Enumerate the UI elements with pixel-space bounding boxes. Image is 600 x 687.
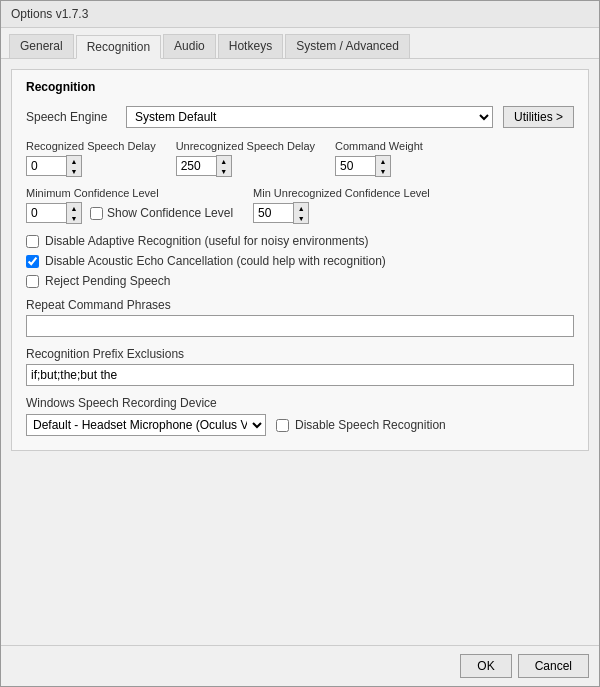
command-weight-down[interactable]: ▼	[376, 166, 390, 176]
content-area: Recognition Speech Engine System Default…	[1, 59, 599, 645]
unrecognized-speech-delay-label: Unrecognized Speech Delay	[176, 140, 315, 152]
reject-pending-label: Reject Pending Speech	[45, 274, 170, 288]
disable-adaptive-row: Disable Adaptive Recognition (useful for…	[26, 234, 574, 248]
recognized-speech-delay-input-wrap: ▲ ▼	[26, 155, 156, 177]
disable-adaptive-label: Disable Adaptive Recognition (useful for…	[45, 234, 369, 248]
window-title: Options v1.7.3	[11, 7, 88, 21]
show-confidence-label: Show Confidence Level	[107, 206, 233, 220]
recognition-section: Recognition Speech Engine System Default…	[11, 69, 589, 451]
min-unrecognized-confidence-spinners: ▲ ▼	[293, 202, 309, 224]
speech-engine-select[interactable]: System Default	[126, 106, 493, 128]
recognized-speech-delay-up[interactable]: ▲	[67, 156, 81, 166]
device-label: Windows Speech Recording Device	[26, 396, 574, 410]
min-confidence-up[interactable]: ▲	[67, 203, 81, 213]
min-unrecognized-confidence-input-wrap: ▲ ▼	[253, 202, 430, 224]
min-unrecognized-confidence-input[interactable]	[253, 203, 293, 223]
command-weight-spinners: ▲ ▼	[375, 155, 391, 177]
min-confidence-input-wrap: ▲ ▼	[26, 202, 82, 224]
unrecognized-speech-delay-down[interactable]: ▼	[217, 166, 231, 176]
command-weight-up[interactable]: ▲	[376, 156, 390, 166]
speech-engine-label: Speech Engine	[26, 110, 116, 124]
ok-button[interactable]: OK	[460, 654, 511, 678]
min-confidence-group: Minimum Confidence Level ▲ ▼ Show Confid…	[26, 187, 233, 224]
min-unrecognized-confidence-down[interactable]: ▼	[294, 213, 308, 223]
tab-system-advanced[interactable]: System / Advanced	[285, 34, 410, 58]
min-unrecognized-confidence-up[interactable]: ▲	[294, 203, 308, 213]
delay-row: Recognized Speech Delay ▲ ▼ Unrecognized…	[26, 140, 574, 177]
command-weight-group: Command Weight ▲ ▼	[335, 140, 423, 177]
show-confidence-checkbox[interactable]	[90, 207, 103, 220]
options-window: Options v1.7.3 General Recognition Audio…	[0, 0, 600, 687]
disable-adaptive-checkbox[interactable]	[26, 235, 39, 248]
tab-recognition[interactable]: Recognition	[76, 35, 161, 59]
utilities-button[interactable]: Utilities >	[503, 106, 574, 128]
recognized-speech-delay-label: Recognized Speech Delay	[26, 140, 156, 152]
min-unrecognized-confidence-group: Min Unrecognized Confidence Level ▲ ▼	[253, 187, 430, 224]
min-confidence-input[interactable]	[26, 203, 66, 223]
recognized-speech-delay-down[interactable]: ▼	[67, 166, 81, 176]
unrecognized-speech-delay-input[interactable]	[176, 156, 216, 176]
command-weight-input-wrap: ▲ ▼	[335, 155, 423, 177]
repeat-command-label: Repeat Command Phrases	[26, 298, 574, 312]
tab-hotkeys[interactable]: Hotkeys	[218, 34, 283, 58]
recognized-speech-delay-input[interactable]	[26, 156, 66, 176]
device-select[interactable]: Default - Headset Microphone (Oculus Vir…	[26, 414, 266, 436]
confidence-row: Minimum Confidence Level ▲ ▼ Show Confid…	[26, 187, 574, 224]
min-confidence-down[interactable]: ▼	[67, 213, 81, 223]
min-confidence-label: Minimum Confidence Level	[26, 187, 233, 199]
reject-pending-checkbox[interactable]	[26, 275, 39, 288]
reject-pending-row: Reject Pending Speech	[26, 274, 574, 288]
speech-engine-row: Speech Engine System Default Utilities >	[26, 106, 574, 128]
repeat-command-input[interactable]	[26, 315, 574, 337]
device-row: Default - Headset Microphone (Oculus Vir…	[26, 414, 574, 436]
command-weight-label: Command Weight	[335, 140, 423, 152]
disable-acoustic-label: Disable Acoustic Echo Cancellation (coul…	[45, 254, 386, 268]
unrecognized-speech-delay-input-wrap: ▲ ▼	[176, 155, 315, 177]
show-confidence-wrap: Show Confidence Level	[90, 206, 233, 220]
unrecognized-speech-delay-group: Unrecognized Speech Delay ▲ ▼	[176, 140, 315, 177]
tabs-bar: General Recognition Audio Hotkeys System…	[1, 28, 599, 59]
disable-acoustic-row: Disable Acoustic Echo Cancellation (coul…	[26, 254, 574, 268]
unrecognized-speech-delay-up[interactable]: ▲	[217, 156, 231, 166]
tab-audio[interactable]: Audio	[163, 34, 216, 58]
prefix-exclusions-group: Recognition Prefix Exclusions	[26, 347, 574, 386]
tab-general[interactable]: General	[9, 34, 74, 58]
prefix-exclusions-input[interactable]	[26, 364, 574, 386]
min-unrecognized-confidence-label: Min Unrecognized Confidence Level	[253, 187, 430, 199]
disable-speech-checkbox[interactable]	[276, 419, 289, 432]
cancel-button[interactable]: Cancel	[518, 654, 589, 678]
unrecognized-speech-delay-spinners: ▲ ▼	[216, 155, 232, 177]
command-weight-input[interactable]	[335, 156, 375, 176]
repeat-command-group: Repeat Command Phrases	[26, 298, 574, 337]
device-section: Windows Speech Recording Device Default …	[26, 396, 574, 436]
disable-acoustic-checkbox[interactable]	[26, 255, 39, 268]
disable-speech-wrap: Disable Speech Recognition	[276, 418, 446, 432]
recognized-speech-delay-spinners: ▲ ▼	[66, 155, 82, 177]
title-bar: Options v1.7.3	[1, 1, 599, 28]
min-confidence-row: ▲ ▼ Show Confidence Level	[26, 202, 233, 224]
prefix-exclusions-label: Recognition Prefix Exclusions	[26, 347, 574, 361]
recognized-speech-delay-group: Recognized Speech Delay ▲ ▼	[26, 140, 156, 177]
section-title: Recognition	[26, 80, 574, 94]
disable-speech-label: Disable Speech Recognition	[295, 418, 446, 432]
min-confidence-spinners: ▲ ▼	[66, 202, 82, 224]
footer: OK Cancel	[1, 645, 599, 686]
checkbox-group: Disable Adaptive Recognition (useful for…	[26, 234, 574, 288]
